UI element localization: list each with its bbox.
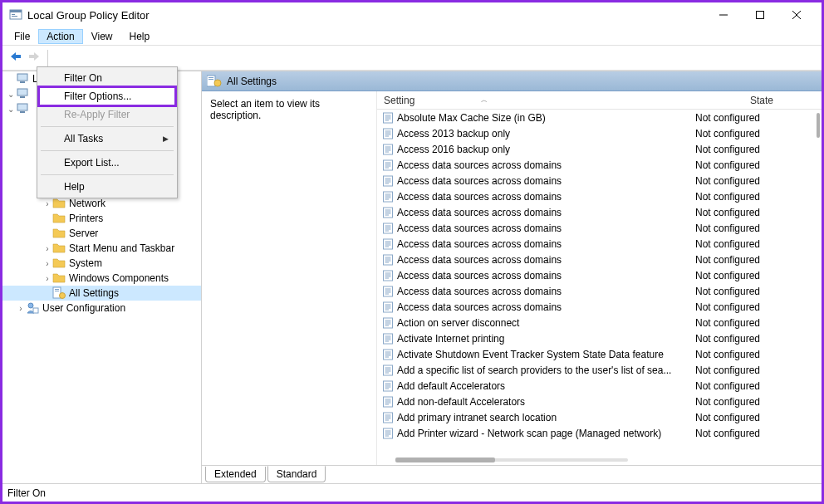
list-item[interactable]: Access 2016 backup onlyNot configured bbox=[377, 141, 822, 157]
folder-icon bbox=[52, 272, 66, 285]
console-icon bbox=[16, 72, 29, 86]
tree-item-system[interactable]: ›System bbox=[2, 256, 201, 271]
policy-icon bbox=[382, 365, 394, 376]
menu-separator bbox=[41, 150, 174, 151]
list-item[interactable]: Absolute Max Cache Size (in GB)Not confi… bbox=[377, 110, 822, 125]
folder-icon bbox=[52, 257, 66, 270]
list-item[interactable]: Access data sources across domainsNot co… bbox=[377, 236, 822, 252]
setting-state: Not configured bbox=[695, 317, 822, 329]
expander-icon[interactable]: › bbox=[42, 199, 52, 208]
setting-name: Access data sources across domains bbox=[397, 207, 695, 218]
tree-item-all-settings[interactable]: All Settings bbox=[2, 286, 201, 301]
setting-state: Not configured bbox=[695, 286, 822, 297]
list-item[interactable]: Activate Shutdown Event Tracker System S… bbox=[377, 346, 822, 362]
list-item[interactable]: Access data sources across domainsNot co… bbox=[377, 220, 822, 236]
menu-item-filter-options[interactable]: Filter Options... bbox=[39, 87, 175, 105]
menu-help[interactable]: Help bbox=[121, 29, 159, 44]
list-item[interactable]: Action on server disconnectNot configure… bbox=[377, 315, 822, 330]
list-item[interactable]: Access data sources across domainsNot co… bbox=[377, 157, 822, 173]
menu-action[interactable]: Action bbox=[38, 29, 82, 44]
list-item[interactable]: Access data sources across domainsNot co… bbox=[377, 267, 822, 283]
list-item[interactable]: Access data sources across domainsNot co… bbox=[377, 173, 822, 188]
list-item[interactable]: Add a specific list of search providers … bbox=[377, 362, 822, 378]
list-item[interactable]: Add primary intranet search locationNot … bbox=[377, 409, 822, 425]
list-rows[interactable]: Absolute Max Cache Size (in GB)Not confi… bbox=[377, 110, 822, 465]
list-item[interactable]: Activate Internet printingNot configured bbox=[377, 330, 822, 346]
computer-icon bbox=[16, 102, 29, 115]
nav-forward-button[interactable] bbox=[27, 50, 42, 66]
setting-name: Add a specific list of search providers … bbox=[397, 365, 695, 376]
svg-rect-8 bbox=[15, 55, 21, 58]
list-item[interactable]: Add Printer wizard - Network scan page (… bbox=[377, 425, 822, 441]
menu-item-filter-on[interactable]: Filter On bbox=[39, 69, 175, 87]
tab-extended[interactable]: Extended bbox=[205, 467, 266, 482]
close-button[interactable] bbox=[778, 3, 815, 27]
submenu-arrow-icon: ▶ bbox=[163, 135, 169, 143]
setting-state: Not configured bbox=[695, 254, 822, 266]
list-item[interactable]: Access data sources across domainsNot co… bbox=[377, 283, 822, 299]
setting-state: Not configured bbox=[695, 112, 822, 124]
tab-standard[interactable]: Standard bbox=[267, 466, 326, 482]
setting-state: Not configured bbox=[695, 223, 822, 234]
settings-list[interactable]: Setting ︿ State Absolute Max Cache Size … bbox=[376, 91, 822, 465]
window-title: Local Group Policy Editor bbox=[27, 9, 705, 22]
action-menu[interactable]: Filter OnFilter Options...Re-Apply Filte… bbox=[37, 66, 178, 198]
vertical-scrollbar[interactable] bbox=[817, 113, 820, 138]
horizontal-scrollbar[interactable] bbox=[395, 458, 495, 462]
setting-name: Access 2016 backup only bbox=[397, 144, 695, 155]
nav-back-button[interactable] bbox=[7, 50, 22, 66]
svg-rect-2 bbox=[12, 14, 15, 15]
policy-icon bbox=[382, 396, 394, 408]
setting-name: Activate Shutdown Event Tracker System S… bbox=[397, 349, 695, 360]
column-state[interactable]: State bbox=[695, 91, 822, 109]
tree-item-label: Start Menu and Taskbar bbox=[69, 242, 174, 254]
svg-rect-12 bbox=[208, 79, 213, 80]
setting-name: Add default Accelerators bbox=[397, 380, 695, 392]
list-item[interactable]: Access data sources across domainsNot co… bbox=[377, 204, 822, 220]
list-item[interactable]: Add non-default AcceleratorsNot configur… bbox=[377, 394, 822, 409]
expander-icon[interactable]: › bbox=[42, 259, 52, 268]
expander-icon[interactable]: › bbox=[42, 274, 52, 283]
tree-item-label: Server bbox=[69, 228, 98, 239]
column-setting[interactable]: Setting ︿ bbox=[377, 91, 695, 109]
setting-name: Absolute Max Cache Size (in GB) bbox=[397, 112, 695, 124]
expander-icon[interactable]: ⌄ bbox=[6, 105, 16, 114]
policy-icon bbox=[382, 301, 394, 313]
setting-name: Add non-default Accelerators bbox=[397, 396, 695, 408]
setting-state: Not configured bbox=[695, 207, 822, 218]
menu-file[interactable]: File bbox=[6, 29, 38, 44]
expander-icon[interactable]: › bbox=[42, 244, 52, 253]
statusbar: Filter On bbox=[2, 483, 822, 502]
setting-name: Add primary intranet search location bbox=[397, 412, 695, 423]
setting-state: Not configured bbox=[695, 159, 822, 171]
menu-view[interactable]: View bbox=[83, 29, 121, 44]
policy-icon bbox=[382, 254, 394, 266]
expander-icon[interactable]: › bbox=[16, 304, 26, 313]
tree-item-server[interactable]: Server bbox=[2, 226, 201, 241]
list-item[interactable]: Access data sources across domainsNot co… bbox=[377, 252, 822, 267]
maximize-button[interactable] bbox=[742, 3, 778, 27]
policy-icon bbox=[382, 412, 394, 423]
setting-state: Not configured bbox=[695, 301, 822, 313]
tree-item-user-configuration[interactable]: ›User Configuration bbox=[2, 301, 201, 316]
list-item[interactable]: Access data sources across domainsNot co… bbox=[377, 188, 822, 204]
setting-name: Access data sources across domains bbox=[397, 159, 695, 171]
setting-state: Not configured bbox=[695, 380, 822, 392]
setting-state: Not configured bbox=[695, 175, 822, 187]
expander-icon[interactable]: ⌄ bbox=[6, 90, 16, 99]
list-item[interactable]: Access 2013 backup onlyNot configured bbox=[377, 125, 822, 141]
computer-icon bbox=[16, 87, 29, 100]
tree-item-windows-components[interactable]: ›Windows Components bbox=[2, 271, 201, 286]
tree-item-printers[interactable]: Printers bbox=[2, 211, 201, 226]
menu-item-all-tasks[interactable]: All Tasks▶ bbox=[39, 130, 175, 148]
menu-item-help[interactable]: Help bbox=[39, 178, 175, 196]
list-item[interactable]: Access data sources across domainsNot co… bbox=[377, 299, 822, 315]
list-header[interactable]: Setting ︿ State bbox=[377, 91, 822, 110]
svg-rect-11 bbox=[208, 77, 213, 78]
minimize-button[interactable] bbox=[705, 3, 742, 27]
list-item[interactable]: Add default AcceleratorsNot configured bbox=[377, 378, 822, 394]
tree-item-label: Network bbox=[69, 198, 105, 209]
tree-item-start-menu-and-taskbar[interactable]: ›Start Menu and Taskbar bbox=[2, 241, 201, 256]
menu-item-export-list[interactable]: Export List... bbox=[39, 154, 175, 172]
menu-separator bbox=[41, 174, 174, 175]
